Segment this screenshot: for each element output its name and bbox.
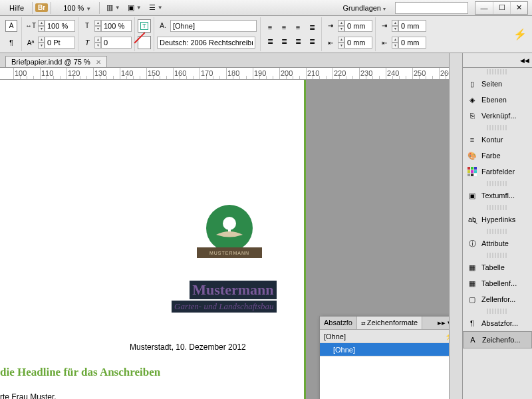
spinner[interactable]: ▴▾ <box>392 20 398 32</box>
spinner[interactable]: ▴▾ <box>338 37 344 49</box>
indent-first-input[interactable] <box>344 37 372 49</box>
align-right-icon[interactable]: ≡ <box>291 21 305 34</box>
screen-mode-icon[interactable]: ▣▼ <box>126 1 143 15</box>
spinner[interactable]: ▴▾ <box>38 20 45 32</box>
char-styles-panel[interactable]: Absatzfo ⇄Zeichenformate ▸▸ ▾≡ [Ohne] ⚡ … <box>319 316 459 399</box>
close-button[interactable]: ✕ <box>510 2 527 14</box>
panel-kontur[interactable]: ≡Kontur <box>463 132 532 148</box>
hscale-icon: ↔T <box>25 20 37 32</box>
letter-headline[interactable]: die Headline für das Anschreiben <box>0 366 160 379</box>
stroke-icon: ≡ <box>467 135 477 144</box>
document-page[interactable]: MUSTERMANN Mustermann Garten- und Landsc… <box>0 80 306 399</box>
panel-tabelle[interactable]: ▦Tabelle <box>463 259 532 275</box>
panel-farbfelder[interactable]: Farbfelder <box>463 164 532 180</box>
control-bar: A ¶ ↔T ▴▾ Aª ▴▾ T ▴▾ T ▴▾ T <box>0 16 532 53</box>
textwrap-icon: ▣ <box>467 191 477 200</box>
workspace: MUSTERMANN Mustermann Garten- und Landsc… <box>0 80 462 399</box>
collapsed-panel-strip[interactable] <box>449 53 462 399</box>
align-justify-all-icon[interactable]: ≣ <box>305 35 319 48</box>
fill-swatch[interactable]: T <box>138 19 151 33</box>
panel-zellenformate[interactable]: ▢Zellenfor... <box>463 291 532 307</box>
attributes-icon: ⓘ <box>467 239 477 248</box>
spinner[interactable]: ▴▾ <box>94 20 101 32</box>
salutation[interactable]: rte Frau Muster, <box>0 392 57 399</box>
document-tab[interactable]: Briefpapier.indd @ 75 % ✕ <box>5 56 107 67</box>
menu-help[interactable]: Hilfe <box>4 3 29 13</box>
baseline-input[interactable] <box>45 37 75 49</box>
search-input[interactable] <box>395 2 468 14</box>
panel-verknuepfungen[interactable]: ⎘Verknüpf... <box>463 108 532 124</box>
char-mode-icon[interactable]: A <box>5 20 17 32</box>
tab-char-styles[interactable]: ⇄Zeichenformate <box>357 317 422 329</box>
arrange-icon[interactable]: ☰▼ <box>147 1 164 15</box>
bridge-badge[interactable]: Br <box>35 3 48 12</box>
workspace-switcher[interactable]: Grundlagen▾ <box>338 3 392 13</box>
company-logo[interactable]: MUSTERMANN <box>200 205 259 265</box>
quick-apply-icon[interactable]: ⚡ <box>511 17 529 51</box>
indent-left-input[interactable] <box>344 20 372 32</box>
minimize-button[interactable]: — <box>475 2 493 14</box>
indent-first-icon: ⇤ <box>325 37 336 49</box>
maximize-button[interactable]: ☐ <box>493 2 510 14</box>
panel-ebenen[interactable]: ◈Ebenen <box>463 92 532 108</box>
indent-last-icon: ⇤ <box>378 37 390 49</box>
letter-date[interactable]: Musterstadt, 10. Dezember 2012 <box>130 342 246 352</box>
hscale-input[interactable] <box>45 20 75 32</box>
align-center-icon[interactable]: ≡ <box>277 21 291 34</box>
swatches-icon <box>467 167 477 176</box>
spinner[interactable]: ▴▾ <box>94 37 101 49</box>
tab-close-icon[interactable]: ✕ <box>96 59 101 66</box>
align-justify-right-icon[interactable]: ≣ <box>291 35 305 48</box>
charstyle-field[interactable] <box>170 20 257 32</box>
panel-zeichenformate[interactable]: AZeichenfo... <box>463 331 532 348</box>
skew-input[interactable] <box>101 37 132 49</box>
panel-textumfluss[interactable]: ▣Textumfl... <box>463 188 532 203</box>
company-block[interactable]: Mustermann Garten- und Landschaftsbau <box>172 281 277 313</box>
indent-right-icon: ⇥ <box>378 20 390 32</box>
indent-right-input[interactable] <box>398 20 426 32</box>
panel-absatzformate[interactable]: ¶Absatzfor... <box>463 315 532 331</box>
indent-last-input[interactable] <box>398 37 426 49</box>
pages-icon: ▯ <box>467 79 477 88</box>
para-mode-icon[interactable]: ¶ <box>5 37 17 49</box>
spinner[interactable]: ▴▾ <box>392 37 398 49</box>
panel-tabellenformate[interactable]: ▦Tabellenf... <box>463 275 532 291</box>
parastyles-icon: ¶ <box>467 319 477 328</box>
spinner[interactable]: ▴▾ <box>338 20 344 32</box>
tablestyles-icon: ▦ <box>467 279 477 288</box>
charstyle-header[interactable]: [Ohne] ⚡ <box>320 330 458 343</box>
panel-seiten[interactable]: ▯Seiten <box>463 76 532 92</box>
panel-farbe[interactable]: 🎨Farbe <box>463 148 532 164</box>
vscale-input[interactable] <box>101 20 132 32</box>
logo-ribbon: MUSTERMANN <box>197 247 262 258</box>
links-icon: ⎘ <box>467 111 477 120</box>
align-justify-center-icon[interactable]: ≣ <box>277 35 291 48</box>
language-field[interactable] <box>157 37 255 49</box>
vscale-icon: T <box>81 20 93 32</box>
panel-hyperlinks[interactable]: ab↖Hyperlinks <box>463 211 532 227</box>
window-controls: — ☐ ✕ <box>475 1 528 15</box>
stroke-swatch[interactable] <box>138 36 151 49</box>
skew-icon: T <box>81 37 93 49</box>
cellstyles-icon: ▢ <box>467 295 477 304</box>
zoom-level[interactable]: 100 %▼ <box>58 3 96 13</box>
menu-bar: Hilfe Br 100 %▼ ▥▼ ▣▼ ☰▼ Grundlagen▾ 🔍 —… <box>0 0 532 16</box>
charstyle-icon: A. <box>157 20 169 32</box>
align-justify-icon[interactable]: ≣ <box>305 21 319 34</box>
panel-attribute[interactable]: ⓘAttribute <box>463 235 532 251</box>
indent-left-icon: ⇥ <box>325 20 336 32</box>
align-buttons: ≡ ≡ ≡ ≣ ≣ ≣ ≣ ≣ <box>263 21 319 48</box>
table-icon: ▦ <box>467 263 477 272</box>
expand-panels-icon[interactable]: ◀◀ <box>520 57 529 64</box>
charstyle-item-none[interactable]: [Ohne] ✎ <box>320 343 458 356</box>
tab-para-styles[interactable]: Absatzfo <box>320 317 357 329</box>
view-options-icon[interactable]: ▥▼ <box>104 1 122 15</box>
align-justify-left-icon[interactable]: ≣ <box>263 35 277 48</box>
baseline-icon: Aª <box>25 37 37 49</box>
spinner[interactable]: ▴▾ <box>38 37 45 49</box>
chevron-down-icon: ▼ <box>86 6 91 12</box>
align-left-icon[interactable]: ≡ <box>263 21 277 34</box>
panel-collapse-icon[interactable]: ▸▸ <box>438 319 446 327</box>
layers-icon: ◈ <box>467 95 477 104</box>
hyperlink-icon: ab↖ <box>467 215 477 224</box>
